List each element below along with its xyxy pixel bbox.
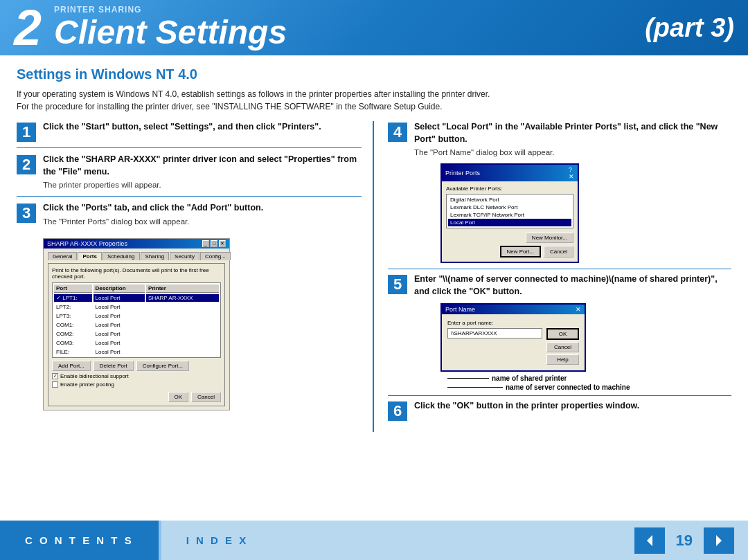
annotation-server-text: name of server connected to machine xyxy=(506,383,630,391)
prev-page-button[interactable] xyxy=(634,527,665,554)
delete-port-button[interactable]: Delete Port xyxy=(93,361,134,371)
add-port-button[interactable]: Add Port... xyxy=(52,361,91,371)
configure-port-button[interactable]: Configure Port... xyxy=(136,361,189,371)
pp-close2[interactable]: ✕ xyxy=(569,173,574,180)
table-row[interactable]: COM2: Local Port xyxy=(54,330,219,338)
footer-left: C O N T E N T S I N D E X xyxy=(0,521,273,560)
pn-title-bar: Port Name ✕ xyxy=(442,305,585,314)
step-4-content: Select "Local Port" in the "Available Pr… xyxy=(414,121,731,263)
pp-controls: ? ✕ xyxy=(569,166,574,180)
list-item[interactable]: Digital Network Port xyxy=(448,196,571,204)
pn-button-col: OK Cancel Help xyxy=(546,328,579,365)
pp-list: Digital Network Port Lexmark DLC Network… xyxy=(446,194,573,228)
step-3: 3 Click the "Ports" tab, and click the "… xyxy=(17,202,362,233)
step-2-content: Click the "SHARP AR-XXXX" printer driver… xyxy=(43,154,362,190)
close-btn[interactable]: ✕ xyxy=(219,240,226,247)
col-port: Port xyxy=(54,284,92,293)
step-4-note: The "Port Name" dialog box will appear. xyxy=(414,147,731,158)
step-1: 1 Click the "Start" button, select "Sett… xyxy=(17,121,362,148)
printer-ports-screenshot: Printer Ports ? ✕ Available Printer Port… xyxy=(440,163,731,263)
pn-controls: ✕ xyxy=(576,306,581,313)
step-number-1: 1 xyxy=(17,123,36,142)
checkbox-icon: ✓ xyxy=(52,373,58,379)
help-button-pn[interactable]: Help xyxy=(546,354,579,365)
header-part: (part 3) xyxy=(645,13,734,43)
cancel-button-properties[interactable]: Cancel xyxy=(191,392,221,402)
annotation-shared: name of shared printer xyxy=(447,374,731,382)
ports-description: Print to the following port(s). Document… xyxy=(52,267,221,280)
header: 2 PRINTER SHARING Client Settings (part … xyxy=(0,0,748,55)
pn-input-area: \\SHARP\ARXXXX xyxy=(447,328,542,338)
step-4: 4 Select "Local Port" in the "Available … xyxy=(388,121,731,269)
cancel-button-pp[interactable]: Cancel xyxy=(544,246,573,258)
tab-scheduling[interactable]: Scheduling xyxy=(103,252,140,260)
port-name-dialog: Port Name ✕ Enter a port name: \\SHARP\A… xyxy=(440,303,586,372)
step-6-content: Click the "OK" button in the printer pro… xyxy=(414,400,731,413)
dialog-title-bar: SHARP AR-XXXX Properties _ □ ✕ xyxy=(44,239,229,249)
step-6: 6 Click the "OK" button in the printer p… xyxy=(388,400,731,426)
port-buttons: Add Port... Delete Port Configure Port..… xyxy=(52,361,221,371)
dialog-bottom-buttons: OK Cancel xyxy=(52,392,221,402)
table-row[interactable]: LPT2: Local Port xyxy=(54,303,219,311)
col-description: Description xyxy=(93,284,145,293)
minimize-btn[interactable]: _ xyxy=(202,240,209,247)
footer-right: 19 xyxy=(634,527,748,554)
footer: C O N T E N T S I N D E X 19 xyxy=(0,521,748,560)
pp-new-monitor-row: New Monitor... xyxy=(446,233,573,243)
main-content: Settings in Windows NT 4.0 If your opera… xyxy=(0,55,748,439)
pn-close[interactable]: ✕ xyxy=(576,306,581,313)
new-monitor-button[interactable]: New Monitor... xyxy=(526,233,573,243)
table-row[interactable]: FILE: Local Port xyxy=(54,348,219,356)
list-item[interactable]: Lexmark DLC Network Port xyxy=(448,204,571,211)
annotation-shared-text: name of shared printer xyxy=(492,374,567,382)
next-page-button[interactable] xyxy=(704,527,734,554)
pooling-checkbox[interactable]: Enable printer pooling xyxy=(52,381,221,388)
col-printer: Printer xyxy=(146,284,219,293)
step-number-6: 6 xyxy=(388,401,407,421)
annotation-line-shared xyxy=(447,378,489,379)
step-number-3: 3 xyxy=(17,204,36,223)
port-name-screenshot: Port Name ✕ Enter a port name: \\SHARP\A… xyxy=(440,303,731,391)
header-text: PRINTER SHARING Client Settings xyxy=(54,5,287,51)
pp-label: Available Printer Ports: xyxy=(446,186,573,192)
pp-body: Available Printer Ports: Digital Network… xyxy=(442,181,578,262)
table-row[interactable]: COM1: Local Port xyxy=(54,321,219,329)
step-4-instruction: Select "Local Port" in the "Available Pr… xyxy=(414,121,731,145)
tab-security[interactable]: Security xyxy=(170,252,199,260)
table-row[interactable]: ✓ LPT1: Local Port SHARP AR-XXXX xyxy=(54,294,219,302)
pn-body: Enter a port name: \\SHARP\ARXXXX OK Can… xyxy=(442,314,585,370)
contents-button[interactable]: C O N T E N T S xyxy=(0,521,160,560)
cancel-button-pn[interactable]: Cancel xyxy=(546,342,579,352)
annotation-server: name of server connected to machine xyxy=(447,383,731,391)
maximize-btn[interactable]: □ xyxy=(211,240,217,247)
step-2: 2 Click the "SHARP AR-XXXX" printer driv… xyxy=(17,154,362,197)
table-row[interactable]: LPT3: Local Port xyxy=(54,312,219,320)
bidirectional-checkbox[interactable]: ✓ Enable bidirectional support xyxy=(52,373,221,379)
list-item[interactable]: Lexmark TCP/IP Network Port xyxy=(448,211,571,219)
ok-button-pn[interactable]: OK xyxy=(546,328,579,340)
list-item-selected[interactable]: Local Port xyxy=(448,219,571,226)
port-name-input[interactable]: \\SHARP\ARXXXX xyxy=(447,328,542,338)
annotations: name of shared printer name of server co… xyxy=(447,374,731,391)
step-3-content: Click the "Ports" tab, and click the "Ad… xyxy=(43,202,362,227)
tab-row: General Ports Scheduling Sharing Securit… xyxy=(48,252,225,260)
new-port-button[interactable]: New Port... xyxy=(500,246,542,258)
prev-icon xyxy=(643,534,657,548)
two-column-layout: 1 Click the "Start" button, select "Sett… xyxy=(17,121,731,432)
screenshot-properties: SHARP AR-XXXX Properties _ □ ✕ General P… xyxy=(43,238,362,410)
header-subtitle: PRINTER SHARING xyxy=(54,5,287,15)
index-button[interactable]: I N D E X xyxy=(160,521,274,560)
step-5-instruction: Enter "\\(name of server connected to ma… xyxy=(414,273,731,298)
intro-paragraph: If your operating system is Windows NT 4… xyxy=(17,88,731,113)
pp-close[interactable]: ? xyxy=(569,166,574,173)
tab-sharing[interactable]: Sharing xyxy=(141,252,170,260)
properties-dialog: SHARP AR-XXXX Properties _ □ ✕ General P… xyxy=(43,238,230,410)
ok-button-properties[interactable]: OK xyxy=(168,392,189,402)
tab-ports[interactable]: Ports xyxy=(78,252,101,260)
table-row[interactable]: COM3: Local Port xyxy=(54,339,219,347)
step-number-5: 5 xyxy=(388,275,407,294)
step-2-note: The printer properties will appear. xyxy=(43,179,362,190)
step-5-content: Enter "\\(name of server connected to ma… xyxy=(414,273,731,391)
tab-general[interactable]: General xyxy=(48,252,77,260)
tab-configuration[interactable]: Config... xyxy=(200,252,231,260)
